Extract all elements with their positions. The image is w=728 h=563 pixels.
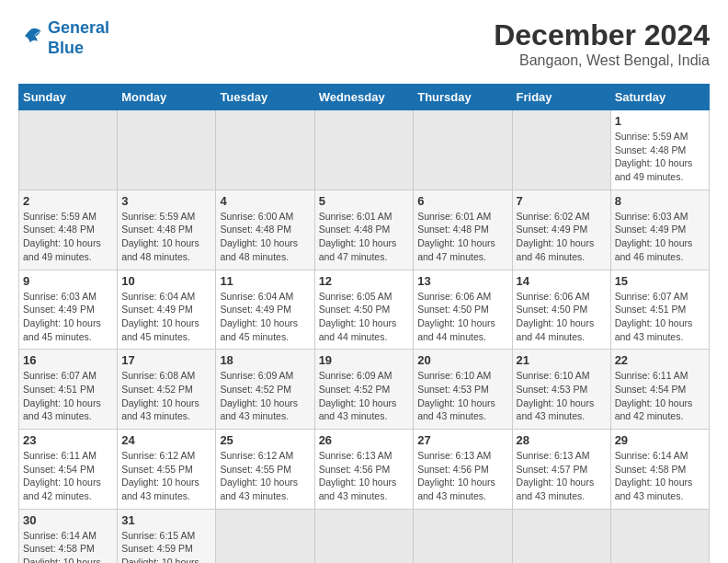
table-row: 29Sunrise: 6:14 AMSunset: 4:58 PMDayligh… xyxy=(610,430,709,510)
table-row xyxy=(216,110,314,190)
day-number: 1 xyxy=(615,114,705,128)
day-info: Sunrise: 6:04 AMSunset: 4:49 PMDaylight:… xyxy=(220,290,310,344)
table-row: 3Sunrise: 5:59 AMSunset: 4:48 PMDaylight… xyxy=(118,190,216,270)
logo-icon xyxy=(18,26,44,52)
day-info: Sunrise: 6:11 AMSunset: 4:54 PMDaylight:… xyxy=(615,369,705,423)
table-row: 1Sunrise: 5:59 AMSunset: 4:48 PMDaylight… xyxy=(610,110,709,190)
day-number: 29 xyxy=(615,433,705,447)
day-number: 26 xyxy=(319,433,410,447)
calendar-week-row: 30Sunrise: 6:14 AMSunset: 4:58 PMDayligh… xyxy=(19,509,710,563)
table-row: 30Sunrise: 6:14 AMSunset: 4:58 PMDayligh… xyxy=(19,509,118,563)
day-info: Sunrise: 6:05 AMSunset: 4:50 PMDaylight:… xyxy=(319,290,410,344)
table-row: 6Sunrise: 6:01 AMSunset: 4:48 PMDaylight… xyxy=(414,190,512,270)
day-number: 17 xyxy=(121,353,211,367)
day-number: 2 xyxy=(23,194,113,208)
col-wednesday: Wednesday xyxy=(314,85,414,110)
calendar-week-row: 2Sunrise: 5:59 AMSunset: 4:48 PMDaylight… xyxy=(19,190,710,270)
table-row xyxy=(414,509,512,563)
table-row xyxy=(610,509,709,563)
day-info: Sunrise: 6:09 AMSunset: 4:52 PMDaylight:… xyxy=(220,369,310,423)
day-info: Sunrise: 6:14 AMSunset: 4:58 PMDaylight:… xyxy=(615,449,705,503)
day-number: 25 xyxy=(220,433,310,447)
day-info: Sunrise: 6:11 AMSunset: 4:54 PMDaylight:… xyxy=(23,449,113,503)
day-info: Sunrise: 6:13 AMSunset: 4:56 PMDaylight:… xyxy=(417,449,507,503)
day-number: 11 xyxy=(220,274,310,288)
day-number: 22 xyxy=(615,353,705,367)
table-row: 9Sunrise: 6:03 AMSunset: 4:49 PMDaylight… xyxy=(19,270,118,350)
day-info: Sunrise: 6:04 AMSunset: 4:49 PMDaylight:… xyxy=(121,290,211,344)
table-row: 15Sunrise: 6:07 AMSunset: 4:51 PMDayligh… xyxy=(610,270,709,350)
col-thursday: Thursday xyxy=(414,85,512,110)
day-number: 14 xyxy=(517,274,607,288)
day-number: 28 xyxy=(517,433,607,447)
day-number: 5 xyxy=(319,194,410,208)
table-row: 10Sunrise: 6:04 AMSunset: 4:49 PMDayligh… xyxy=(118,270,216,350)
table-row: 7Sunrise: 6:02 AMSunset: 4:49 PMDaylight… xyxy=(512,190,610,270)
day-info: Sunrise: 6:01 AMSunset: 4:48 PMDaylight:… xyxy=(417,210,507,264)
day-number: 8 xyxy=(615,194,705,208)
table-row: 27Sunrise: 6:13 AMSunset: 4:56 PMDayligh… xyxy=(414,430,512,510)
day-number: 24 xyxy=(121,433,211,447)
day-info: Sunrise: 6:00 AMSunset: 4:48 PMDaylight:… xyxy=(220,210,310,264)
table-row: 24Sunrise: 6:12 AMSunset: 4:55 PMDayligh… xyxy=(118,430,216,510)
table-row xyxy=(414,110,512,190)
day-info: Sunrise: 6:13 AMSunset: 4:56 PMDaylight:… xyxy=(319,449,410,503)
calendar-week-row: 16Sunrise: 6:07 AMSunset: 4:51 PMDayligh… xyxy=(19,350,710,430)
day-number: 15 xyxy=(615,274,705,288)
day-number: 13 xyxy=(417,274,507,288)
day-number: 19 xyxy=(319,353,410,367)
table-row: 20Sunrise: 6:10 AMSunset: 4:53 PMDayligh… xyxy=(414,350,512,430)
col-saturday: Saturday xyxy=(610,85,709,110)
col-sunday: Sunday xyxy=(19,85,118,110)
day-number: 12 xyxy=(319,274,410,288)
table-row: 11Sunrise: 6:04 AMSunset: 4:49 PMDayligh… xyxy=(216,270,314,350)
day-info: Sunrise: 6:10 AMSunset: 4:53 PMDaylight:… xyxy=(417,369,507,423)
table-row: 26Sunrise: 6:13 AMSunset: 4:56 PMDayligh… xyxy=(314,430,414,510)
table-row: 25Sunrise: 6:12 AMSunset: 4:55 PMDayligh… xyxy=(216,430,314,510)
day-number: 18 xyxy=(220,353,310,367)
table-row: 21Sunrise: 6:10 AMSunset: 4:53 PMDayligh… xyxy=(512,350,610,430)
page-header: General Blue December 2024 Bangaon, West… xyxy=(18,18,710,69)
day-number: 21 xyxy=(517,353,607,367)
calendar-week-row: 1Sunrise: 5:59 AMSunset: 4:48 PMDaylight… xyxy=(19,110,710,190)
col-monday: Monday xyxy=(118,85,216,110)
day-info: Sunrise: 6:06 AMSunset: 4:50 PMDaylight:… xyxy=(417,290,507,344)
table-row: 28Sunrise: 6:13 AMSunset: 4:57 PMDayligh… xyxy=(512,430,610,510)
day-number: 3 xyxy=(121,194,211,208)
logo: General Blue xyxy=(18,18,109,58)
day-info: Sunrise: 6:08 AMSunset: 4:52 PMDaylight:… xyxy=(121,369,211,423)
table-row: 16Sunrise: 6:07 AMSunset: 4:51 PMDayligh… xyxy=(19,350,118,430)
day-number: 20 xyxy=(417,353,507,367)
day-info: Sunrise: 6:12 AMSunset: 4:55 PMDaylight:… xyxy=(220,449,310,503)
table-row xyxy=(216,509,314,563)
day-number: 4 xyxy=(220,194,310,208)
day-number: 16 xyxy=(23,353,113,367)
day-info: Sunrise: 6:13 AMSunset: 4:57 PMDaylight:… xyxy=(517,449,607,503)
day-number: 27 xyxy=(417,433,507,447)
day-number: 6 xyxy=(417,194,507,208)
day-info: Sunrise: 6:14 AMSunset: 4:58 PMDaylight:… xyxy=(23,529,113,563)
day-info: Sunrise: 6:03 AMSunset: 4:49 PMDaylight:… xyxy=(615,210,705,264)
day-number: 30 xyxy=(23,513,113,527)
col-friday: Friday xyxy=(512,85,610,110)
day-number: 10 xyxy=(121,274,211,288)
table-row: 14Sunrise: 6:06 AMSunset: 4:50 PMDayligh… xyxy=(512,270,610,350)
col-tuesday: Tuesday xyxy=(216,85,314,110)
calendar-table: Sunday Monday Tuesday Wednesday Thursday… xyxy=(18,84,710,563)
day-info: Sunrise: 6:15 AMSunset: 4:59 PMDaylight:… xyxy=(121,529,211,563)
day-info: Sunrise: 6:03 AMSunset: 4:49 PMDaylight:… xyxy=(23,290,113,344)
calendar-title: December 2024 xyxy=(494,18,710,52)
table-row: 2Sunrise: 5:59 AMSunset: 4:48 PMDaylight… xyxy=(19,190,118,270)
calendar-header-row: Sunday Monday Tuesday Wednesday Thursday… xyxy=(19,85,710,110)
calendar-week-row: 23Sunrise: 6:11 AMSunset: 4:54 PMDayligh… xyxy=(19,430,710,510)
table-row: 17Sunrise: 6:08 AMSunset: 4:52 PMDayligh… xyxy=(118,350,216,430)
day-info: Sunrise: 6:06 AMSunset: 4:50 PMDaylight:… xyxy=(517,290,607,344)
day-info: Sunrise: 5:59 AMSunset: 4:48 PMDaylight:… xyxy=(23,210,113,264)
day-number: 9 xyxy=(23,274,113,288)
day-info: Sunrise: 6:09 AMSunset: 4:52 PMDaylight:… xyxy=(319,369,410,423)
table-row: 23Sunrise: 6:11 AMSunset: 4:54 PMDayligh… xyxy=(19,430,118,510)
table-row: 4Sunrise: 6:00 AMSunset: 4:48 PMDaylight… xyxy=(216,190,314,270)
table-row xyxy=(512,509,610,563)
table-row: 8Sunrise: 6:03 AMSunset: 4:49 PMDaylight… xyxy=(610,190,709,270)
table-row xyxy=(19,110,118,190)
